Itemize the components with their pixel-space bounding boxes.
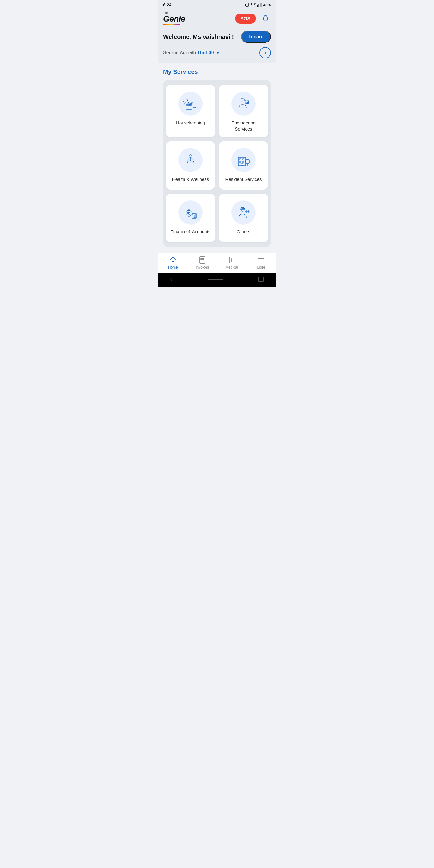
welcome-message: Welcome, Ms vaishnavi ! <box>163 33 234 40</box>
service-card-others[interactable]: Others <box>219 194 268 242</box>
android-home-pill[interactable] <box>208 279 223 280</box>
svg-rect-29 <box>243 158 244 160</box>
service-card-resident[interactable]: Resident Services <box>219 141 268 190</box>
android-app-switcher[interactable] <box>258 277 264 282</box>
finance-label: Finance & Accounts <box>170 229 211 235</box>
svg-line-56 <box>248 213 249 213</box>
svg-point-12 <box>184 102 185 103</box>
svg-point-50 <box>247 211 248 212</box>
svg-line-23 <box>245 103 246 104</box>
services-container: Housekeeping <box>163 80 271 247</box>
services-title: My Services <box>163 68 271 75</box>
svg-point-15 <box>246 101 249 104</box>
svg-line-22 <box>248 103 249 104</box>
sos-button[interactable]: SOS <box>235 13 256 24</box>
welcome-row: Welcome, Ms vaishnavi ! Tenant <box>158 29 276 46</box>
svg-rect-28 <box>240 158 241 160</box>
engineering-label: Engineering Services <box>223 120 264 132</box>
android-nav-bar: ‹ <box>158 273 276 287</box>
service-card-finance[interactable]: ₹ Finance & Accounts <box>166 194 215 242</box>
svg-point-7 <box>265 15 266 16</box>
svg-rect-0 <box>245 4 246 6</box>
notification-bell[interactable] <box>260 13 271 24</box>
svg-point-13 <box>184 101 184 102</box>
unit-row: Serene Adinath Unit 40 ▼ › <box>158 46 276 63</box>
svg-point-49 <box>246 210 249 213</box>
svg-line-21 <box>245 100 246 101</box>
svg-rect-32 <box>241 164 243 166</box>
nav-medical-label: Medical <box>225 265 238 270</box>
unit-info[interactable]: Serene Adinath Unit 40 ▼ <box>163 50 220 56</box>
nav-invoices-label: Invoices <box>195 265 209 270</box>
svg-rect-1 <box>246 3 248 7</box>
nav-invoices[interactable]: Invoices <box>193 256 211 270</box>
others-icon-circle <box>231 200 255 224</box>
svg-text:₹: ₹ <box>187 212 190 215</box>
logo-genie: Genie <box>163 15 185 23</box>
svg-line-58 <box>248 210 249 210</box>
status-icons: 45% <box>245 2 271 7</box>
svg-line-24 <box>248 100 249 101</box>
nav-home[interactable]: Home <box>164 256 182 270</box>
health-label: Health & Wellness <box>172 176 209 182</box>
logo: The Genie <box>163 11 185 25</box>
nav-more[interactable]: More <box>252 256 270 270</box>
svg-point-35 <box>245 159 250 164</box>
svg-point-25 <box>189 155 192 158</box>
navigate-button[interactable]: › <box>259 47 271 59</box>
battery-percent: 45% <box>263 3 271 7</box>
unit-dropdown-icon: ▼ <box>216 50 220 55</box>
svg-rect-30 <box>240 161 241 163</box>
svg-rect-41 <box>193 216 193 216</box>
svg-point-14 <box>241 98 244 102</box>
svg-line-57 <box>246 213 246 213</box>
resident-icon-circle <box>231 148 255 172</box>
svg-rect-4 <box>258 4 259 7</box>
service-card-health[interactable]: Health & Wellness <box>166 141 215 190</box>
app-header: The Genie SOS <box>158 9 276 29</box>
unit-number: Unit 40 <box>198 50 214 56</box>
svg-rect-42 <box>194 216 195 216</box>
resident-label: Resident Services <box>225 176 262 182</box>
svg-rect-10 <box>193 102 196 107</box>
status-bar: 6:24 45% <box>158 0 276 9</box>
finance-icon-circle: ₹ <box>179 200 203 224</box>
svg-rect-40 <box>193 214 195 215</box>
svg-rect-31 <box>243 161 244 163</box>
location-name: Serene Adinath <box>163 50 196 56</box>
android-back-button[interactable]: ‹ <box>170 277 172 282</box>
svg-rect-44 <box>193 217 193 218</box>
svg-rect-6 <box>261 3 262 7</box>
header-actions: SOS <box>235 13 271 24</box>
services-section: My Services <box>158 63 276 247</box>
time: 6:24 <box>163 2 172 7</box>
service-card-engineering[interactable]: Engineering Services <box>219 85 268 137</box>
nav-medical[interactable]: Medical <box>223 256 241 270</box>
svg-line-55 <box>246 210 246 210</box>
svg-rect-5 <box>260 3 261 7</box>
svg-rect-45 <box>194 217 195 218</box>
others-label: Others <box>237 229 250 235</box>
bottom-navigation: Home Invoices Medical More <box>158 253 276 273</box>
nav-home-label: Home <box>168 265 178 270</box>
engineering-icon-circle <box>231 92 255 116</box>
svg-rect-59 <box>199 257 205 264</box>
nav-more-label: More <box>257 265 265 270</box>
svg-rect-3 <box>257 5 258 7</box>
housekeeping-icon-circle <box>179 92 203 116</box>
housekeeping-label: Housekeeping <box>176 120 205 126</box>
health-icon-circle <box>179 148 203 172</box>
logo-bar <box>163 24 180 25</box>
svg-point-16 <box>247 101 248 103</box>
services-grid: Housekeeping <box>166 85 268 242</box>
svg-rect-2 <box>249 4 249 6</box>
svg-point-47 <box>241 208 244 211</box>
service-card-housekeeping[interactable]: Housekeeping <box>166 85 215 137</box>
tenant-badge[interactable]: Tenant <box>241 31 271 43</box>
